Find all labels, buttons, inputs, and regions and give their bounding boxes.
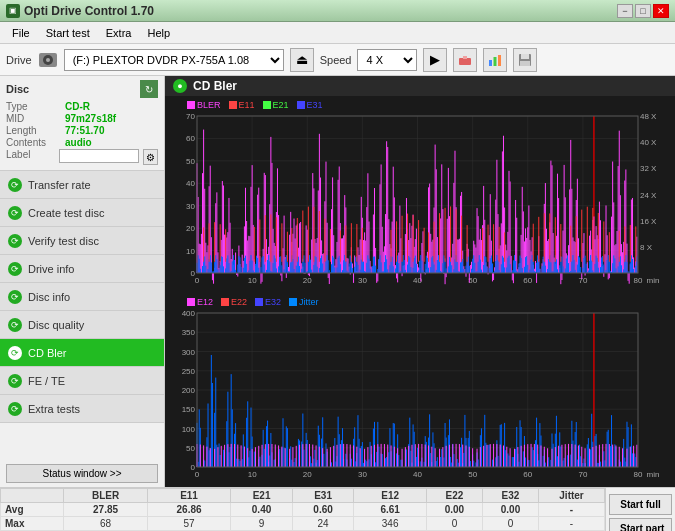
disc-refresh-button[interactable]: ↻	[140, 80, 158, 98]
legend-e11: E11	[229, 100, 255, 110]
titlebar-controls: − □ ✕	[617, 4, 669, 18]
minimize-button[interactable]: −	[617, 4, 633, 18]
svg-rect-3	[459, 58, 471, 65]
settings-button[interactable]: ⚙	[143, 149, 158, 165]
stats-tbody: Avg27.8526.860.400.606.610.000.00-Max685…	[1, 503, 605, 532]
col-e22: E22	[426, 489, 482, 503]
mid-value: 97m27s18f	[65, 113, 116, 124]
sidebar-item-transfer-rate[interactable]: ⟳ Transfer rate	[0, 171, 164, 199]
top-chart: BLER E11 E21 E31	[167, 98, 673, 293]
stats-cell-0-2: 26.86	[147, 503, 230, 517]
svg-point-2	[46, 58, 50, 62]
fe-te-icon: ⟳	[8, 374, 22, 388]
sidebar-item-verify-test-disc[interactable]: ⟳ Verify test disc	[0, 227, 164, 255]
contents-label: Contents	[6, 137, 61, 148]
create-test-disc-icon: ⟳	[8, 206, 22, 220]
buttons-area: Start full Start part	[605, 488, 675, 531]
eraser-icon	[457, 52, 473, 68]
stats-cell-0-1: 27.85	[64, 503, 147, 517]
sidebar-item-cd-bler[interactable]: ⟳ CD Bler	[0, 339, 164, 367]
drive-label: Drive	[6, 54, 32, 66]
stats-cell-1-3: 9	[231, 517, 293, 531]
sidebar-item-disc-info[interactable]: ⟳ Disc info	[0, 283, 164, 311]
label-label: Label	[6, 149, 55, 165]
col-e11: E11	[147, 489, 230, 503]
svg-rect-4	[463, 56, 467, 59]
mid-label: MID	[6, 113, 61, 124]
svg-rect-5	[489, 60, 492, 66]
verify-test-disc-icon: ⟳	[8, 234, 22, 248]
start-part-button[interactable]: Start part	[609, 518, 672, 531]
erase-button[interactable]	[453, 48, 477, 72]
stats-cell-0-6: 0.00	[426, 503, 482, 517]
status-window-button[interactable]: Status window >>	[6, 464, 158, 483]
transfer-rate-icon: ⟳	[8, 178, 22, 192]
stats-cell-0-0: Avg	[1, 503, 64, 517]
top-chart-canvas	[167, 98, 673, 291]
sidebar-item-drive-info[interactable]: ⟳ Drive info	[0, 255, 164, 283]
sidebar-label-create-test-disc: Create test disc	[28, 207, 104, 219]
sidebar-item-extra-tests[interactable]: ⟳ Extra tests	[0, 395, 164, 423]
svg-rect-6	[494, 57, 497, 66]
svg-rect-10	[520, 61, 530, 66]
stats-cell-1-0: Max	[1, 517, 64, 531]
stats-cell-1-1: 68	[64, 517, 147, 531]
col-jitter: Jitter	[539, 489, 605, 503]
maximize-button[interactable]: □	[635, 4, 651, 18]
svg-rect-7	[498, 55, 501, 66]
legend-e12: E12	[187, 297, 213, 307]
speed-select[interactable]: 4 XMax1 X2 X8 X	[357, 49, 417, 71]
sidebar-item-fe-te[interactable]: ⟳ FE / TE	[0, 367, 164, 395]
window-title: Opti Drive Control 1.70	[24, 4, 154, 18]
disc-contents-row: Contents audio	[6, 137, 158, 148]
sidebar-label-verify-test-disc: Verify test disc	[28, 235, 99, 247]
menu-file[interactable]: File	[4, 25, 38, 41]
stats-table: BLER E11 E21 E31 E12 E22 E32 Jitter Avg2…	[0, 488, 605, 531]
disc-mid-row: MID 97m27s18f	[6, 113, 158, 124]
legend-e31: E31	[297, 100, 323, 110]
sidebar-item-create-test-disc[interactable]: ⟳ Create test disc	[0, 199, 164, 227]
disc-label-row: Label ⚙	[6, 149, 158, 165]
go-button[interactable]: ▶	[423, 48, 447, 72]
close-button[interactable]: ✕	[653, 4, 669, 18]
content-area: ● CD Bler BLER E11 E21	[165, 76, 675, 487]
chart-title-bar: ● CD Bler	[165, 76, 675, 96]
save-icon	[517, 52, 533, 68]
type-value: CD-R	[65, 101, 90, 112]
disc-quality-icon: ⟳	[8, 318, 22, 332]
menu-help[interactable]: Help	[139, 25, 178, 41]
length-label: Length	[6, 125, 61, 136]
label-input[interactable]	[59, 149, 139, 163]
col-e31: E31	[292, 489, 354, 503]
disc-info-icon: ⟳	[8, 290, 22, 304]
sidebar-label-disc-quality: Disc quality	[28, 319, 84, 331]
legend-e22: E22	[221, 297, 247, 307]
menu-extra[interactable]: Extra	[98, 25, 140, 41]
disc-type-row: Type CD-R	[6, 101, 158, 112]
menubar: File Start test Extra Help	[0, 22, 675, 44]
disc-header: Disc ↻	[6, 80, 158, 98]
start-full-button[interactable]: Start full	[609, 494, 672, 515]
stats-cell-1-2: 57	[147, 517, 230, 531]
stats-cell-1-5: 346	[354, 517, 427, 531]
stats-cell-1-8: -	[539, 517, 605, 531]
col-e12: E12	[354, 489, 427, 503]
bottom-chart: E12 E22 E32 Jitter	[167, 295, 673, 487]
legend-jitter: Jitter	[289, 297, 319, 307]
save-button[interactable]	[513, 48, 537, 72]
chart-title: CD Bler	[193, 79, 237, 93]
toolbar: Drive (F:) PLEXTOR DVDR PX-755A 1.08 ⏏ S…	[0, 44, 675, 76]
col-e32: E32	[482, 489, 538, 503]
stats-cell-1-6: 0	[426, 517, 482, 531]
main-area: Disc ↻ Type CD-R MID 97m27s18f Length 77…	[0, 76, 675, 487]
chart-button[interactable]	[483, 48, 507, 72]
drive-select[interactable]: (F:) PLEXTOR DVDR PX-755A 1.08	[64, 49, 284, 71]
sidebar-item-disc-quality[interactable]: ⟳ Disc quality	[0, 311, 164, 339]
stats-cell-0-8: -	[539, 503, 605, 517]
app-icon: ▣	[6, 4, 20, 18]
stats-cell-0-3: 0.40	[231, 503, 293, 517]
charts-area: BLER E11 E21 E31	[165, 96, 675, 487]
eject-button[interactable]: ⏏	[290, 48, 314, 72]
menu-start-test[interactable]: Start test	[38, 25, 98, 41]
stats-cell-0-5: 6.61	[354, 503, 427, 517]
